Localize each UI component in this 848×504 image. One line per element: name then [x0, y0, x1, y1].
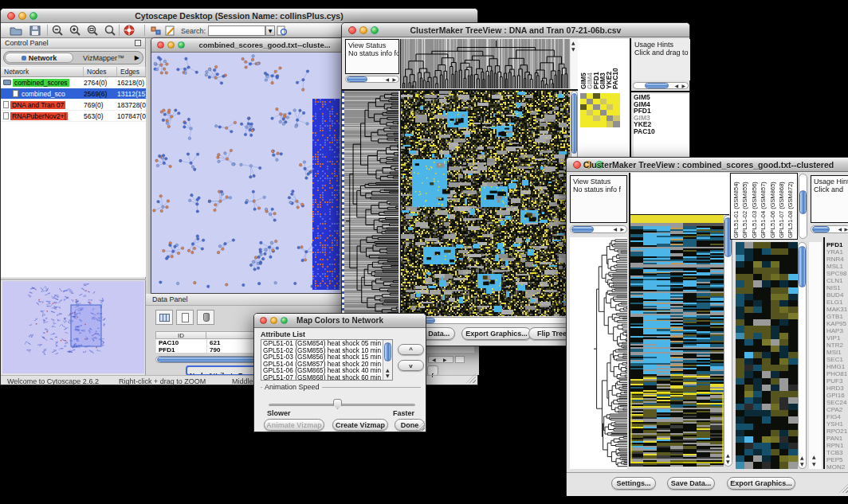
scroll-right-icon[interactable]: ▶	[443, 357, 447, 362]
column-label: GPL51-01 (GSM854)	[732, 174, 741, 238]
gene-label: GPI16	[826, 392, 848, 399]
tab-network[interactable]: Network	[5, 53, 73, 63]
tv2-status-scrollbar[interactable]: ◀▶	[570, 225, 627, 233]
zoom-fit-icon[interactable]	[103, 25, 117, 37]
tv1-view-status-panel: View StatusNo status info for	[345, 39, 399, 74]
toolbar-separator	[119, 25, 120, 36]
row-label: GIM4	[634, 101, 689, 108]
toolbar-separator	[144, 25, 145, 36]
scroll-left-icon[interactable]: ◀	[432, 357, 436, 362]
tv2-export-graphics-button[interactable]: Export Graphics...	[727, 477, 795, 490]
gene-label: HMG1	[826, 363, 848, 370]
move-down-button[interactable]: v	[398, 360, 424, 371]
tv2-save-data-button[interactable]: Save Data...	[667, 477, 715, 490]
network-row[interactable]: combined_scores2764(0)16218(0)	[1, 77, 146, 88]
zoom-out-icon[interactable]	[50, 25, 65, 37]
column-label: GPL51-06 (GSM865)	[769, 174, 778, 238]
open-file-icon[interactable]	[9, 25, 23, 37]
tv1-status-scrollbar[interactable]: ◀▶	[345, 76, 399, 83]
tv2-settings-button[interactable]: Settings...	[611, 477, 656, 490]
network-row[interactable]: DNA and Tran 07769(0)183728(0)	[1, 100, 146, 111]
gene-label: SEC24	[826, 399, 848, 406]
edit-icon[interactable]	[163, 25, 178, 37]
network-table: NetworkNodesEdgescombined_scores2764(0)1…	[1, 67, 146, 277]
create-vizmap-button[interactable]: Create Vizmap	[332, 419, 388, 431]
animate-vizmap-button[interactable]: Animate Vizmap	[264, 419, 324, 431]
network-row[interactable]: combined_sco2569(6)13112(15)	[1, 88, 146, 100]
search-dropdown-button[interactable]: ▼	[265, 25, 275, 36]
new-attribute-icon-button[interactable]	[176, 310, 194, 325]
gene-label: HAP3	[826, 327, 848, 334]
tv1-row-dendrogram-canvas[interactable]	[344, 91, 398, 316]
gene-label: NIS1	[826, 284, 848, 291]
gene-label: HRD3	[826, 385, 848, 392]
network-row[interactable]: RNAPuberNov2+|563(0)107847(0)	[1, 111, 146, 122]
zoom-in-icon[interactable]	[68, 25, 82, 37]
save-icon[interactable]	[28, 25, 42, 37]
gene-label: FIG4	[826, 413, 848, 420]
tv1-zoom-heatmap-canvas[interactable]	[580, 93, 620, 127]
attribute-list-item[interactable]: GPL51-07 (GSM868) heat shock 60 min	[263, 374, 392, 381]
zoom-selected-icon[interactable]	[85, 25, 100, 37]
attribute-list-scrollbar[interactable]: ▲▼	[383, 340, 392, 380]
trash-icon	[203, 313, 210, 322]
document-icon	[13, 90, 18, 97]
tv1-hints-scrollbar[interactable]: ◀▶	[633, 82, 689, 89]
search-doc-icon[interactable]	[275, 25, 289, 37]
gene-label: SPC98	[826, 270, 848, 277]
gene-label: PHO81	[826, 370, 848, 377]
folder-icon	[3, 80, 11, 85]
tab-vizmapper[interactable]: VizMapper™	[75, 53, 132, 63]
status-welcome: Welcome to Cytoscape 2.6.2	[7, 377, 99, 385]
tv2-heatmap-vscrollbar[interactable]: ▲▼	[724, 215, 732, 467]
tv1-column-dendrogram-canvas[interactable]	[400, 39, 570, 88]
plugin-icon[interactable]	[149, 25, 163, 37]
gene-label: RNR4	[826, 256, 848, 263]
help-lifering-icon[interactable]	[122, 25, 136, 37]
tv2-gene-list: PFD1YRA1RNR4MSL1SPC98CLN1NIS1BUD4ELG1MAK…	[826, 241, 848, 471]
column-label: GIM3	[599, 39, 605, 89]
main-title-bar[interactable]: Cytoscape Desktop (Session Name: collins…	[1, 9, 477, 23]
tv2-zoom-vscrollbar[interactable]: ▲▼	[798, 242, 807, 469]
control-panel-title: Control Panel	[5, 39, 49, 47]
close-button[interactable]	[157, 41, 164, 49]
tv2-row-dendrogram-canvas[interactable]	[570, 237, 627, 469]
float-panel-icon[interactable]	[135, 40, 141, 46]
move-up-button[interactable]: ^	[398, 344, 424, 355]
column-label: PFD1	[592, 39, 599, 89]
zoom-button[interactable]	[178, 41, 185, 49]
tv2-labels-vscrollbar[interactable]	[799, 174, 807, 239]
network-tab-icon	[22, 56, 26, 61]
tv1-export-graphics-button[interactable]: Export Graphics...	[461, 327, 532, 340]
treeview2-window: ClusterMaker TreeView : combined_scores_…	[566, 157, 848, 495]
tv2-heatmap-canvas[interactable]	[629, 215, 724, 467]
column-header-edges[interactable]: Edges	[117, 67, 146, 76]
document-icon	[3, 101, 9, 108]
tv2-usage-hints-panel: Usage HintsClick and	[811, 175, 848, 223]
gene-label: CPA2	[826, 406, 848, 413]
tv2-hints-scrollbar[interactable]: ◀▶	[811, 225, 848, 233]
column-label: GPL51-02 (GSM855)	[741, 174, 750, 238]
tv1-heatmap-canvas[interactable]	[400, 91, 570, 316]
attribute-list[interactable]: GPL51-01 (GSM854) heat shock 05 minGPL51…	[261, 339, 393, 381]
map-colors-dialog: Map Colors to Network Attribute List GPL…	[253, 313, 426, 432]
network-view-window: combined_scores_good.txt--cluste...	[151, 37, 345, 294]
attr-column-header[interactable]: ID	[155, 331, 206, 339]
tv2-zoom-heatmap-canvas[interactable]	[736, 242, 798, 469]
delete-attribute-icon-button[interactable]	[197, 310, 214, 325]
column-label: PAC10	[611, 39, 618, 89]
main-window-title: Cytoscape Desktop (Session Name: collins…	[1, 11, 477, 21]
treeview2-title: ClusterMaker TreeView : combined_scores_…	[567, 160, 848, 170]
toolbar-separator	[47, 25, 48, 36]
column-label: GPL51-08 (GSM872)	[787, 174, 795, 238]
minimize-button[interactable]	[167, 41, 175, 49]
row-label: YKE2	[634, 121, 689, 128]
speed-slider-track[interactable]	[269, 404, 415, 406]
tab-overflow-arrow[interactable]: ▶	[135, 54, 139, 61]
data-table-icon-button[interactable]	[155, 310, 173, 325]
network-overview-canvas[interactable]	[2, 281, 144, 373]
network-canvas[interactable]	[151, 53, 344, 293]
column-header-nodes[interactable]: Nodes	[84, 67, 117, 76]
column-header-network[interactable]: Network	[1, 67, 84, 76]
search-input[interactable]	[208, 25, 265, 36]
